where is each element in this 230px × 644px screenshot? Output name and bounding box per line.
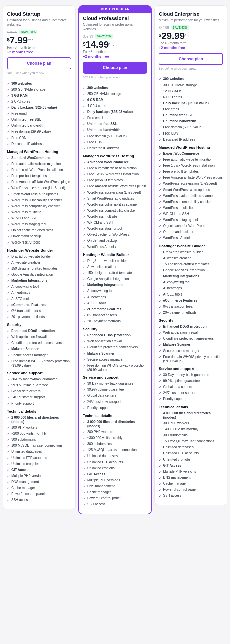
list-item: ✓ WordPress multisite xyxy=(7,210,71,215)
feature-text: Google Analytics integration xyxy=(87,277,129,281)
list-item: ✓ Daily backups ($25.08 value) xyxy=(7,105,71,110)
choose-plan-button[interactable]: Choose plan xyxy=(7,57,71,69)
check-icon: ✓ xyxy=(7,142,10,146)
list-item: ✓ AI heatmaps xyxy=(159,286,223,291)
check-icon: ✓ xyxy=(159,337,161,341)
feature-text: AI website creation xyxy=(87,265,116,269)
check-icon: ✓ xyxy=(7,273,10,277)
list-item: ✓ SSH access xyxy=(7,498,71,502)
check-icon: ✓ xyxy=(83,345,86,350)
choose-plan-button[interactable]: Choose plan xyxy=(83,62,147,74)
check-icon: ✓ xyxy=(159,77,161,82)
check-icon: ✓ xyxy=(83,289,86,293)
check-icon: ✓ xyxy=(83,394,86,398)
list-item: ✓ Multiple PHP versions xyxy=(159,469,223,474)
check-icon: ✓ xyxy=(159,107,161,112)
choose-plan-button[interactable]: Choose plan xyxy=(159,53,223,65)
list-item: ✓ Daily backups ($25.08 value) xyxy=(159,101,223,106)
feature-text: 6 CPU cores xyxy=(163,95,182,99)
original-price: $24.99 xyxy=(7,30,17,34)
check-icon: ✓ xyxy=(159,212,161,216)
check-icon: ✓ xyxy=(159,299,161,303)
list-item: ✓ WordPress compatibility checker xyxy=(7,204,71,209)
list-item: ✓ Powerful control panel xyxy=(7,492,71,496)
list-item: ✓ Free domain ($9.99 value) xyxy=(159,125,223,130)
list-item: ✓ 300 websites xyxy=(159,77,223,82)
feature-text: Free automatic website migration xyxy=(163,157,212,162)
feature-text: Free 1-click WordPress installation xyxy=(87,172,139,176)
list-item: ✓ Free email xyxy=(7,111,71,116)
list-item: ✓ WordPress staging tool xyxy=(159,218,223,222)
feature-text: Free email xyxy=(163,107,179,111)
divider xyxy=(7,78,71,78)
check-icon: ✓ xyxy=(83,233,86,237)
plan-name: Cloud Professional xyxy=(83,15,147,21)
divider xyxy=(83,83,147,83)
save-badge: SAVE 68% xyxy=(19,30,37,34)
feature-text: WordPress vulnerabilities scanner xyxy=(87,202,138,207)
list-item: ✓ GIT Access xyxy=(7,468,71,472)
list-item: ✓ WordPress AI tools xyxy=(159,236,223,240)
check-icon: ✓ xyxy=(159,188,161,192)
list-item: ✓ Google Analytics integration xyxy=(83,277,147,281)
list-item: ✓ Free domain ($9.99 value) xyxy=(83,134,147,139)
list-item: ✓ Free 1-click WordPress installation xyxy=(7,168,71,172)
check-icon: ✓ xyxy=(83,203,86,207)
list-item: ✓ WordPress vulnerabilities scanner xyxy=(83,202,147,207)
check-icon: ✓ xyxy=(83,146,86,151)
check-icon: ✓ xyxy=(83,140,86,145)
check-icon: ✓ xyxy=(83,364,86,368)
list-item: ✓ WordPress AI tools xyxy=(83,245,147,249)
check-icon: ✓ xyxy=(159,331,161,335)
list-item: ✓ 24/7 customer support xyxy=(159,391,223,395)
list-item: ✓ eCommerce Features xyxy=(83,307,147,312)
feature-text: 4 CPU cores xyxy=(87,104,106,108)
check-icon: ✓ xyxy=(7,130,10,134)
price-display: $ 14.99 /mo xyxy=(83,40,147,49)
check-icon: ✓ xyxy=(7,389,10,394)
feature-text: GIT Access xyxy=(87,472,105,476)
feature-text: eCommerce Features xyxy=(11,303,46,307)
feature-text: WordPress acceleration (LiteSpeed) xyxy=(163,181,217,186)
feature-text: Google Analytics integration xyxy=(163,268,205,272)
feature-text: On-demand backup xyxy=(87,238,117,243)
price-term: For 48-month term xyxy=(83,50,147,54)
feature-text: DNS management xyxy=(163,475,190,480)
wordpress-features-list: ✓ Standard WooCommerce ✓ Free automatic … xyxy=(7,156,71,245)
list-item: ✓ Cache manager xyxy=(83,490,147,495)
list-item: ✓ 20+ payment methods xyxy=(7,315,71,319)
list-item: ✓ WordPress acceleration (LiteSpeed) xyxy=(159,181,223,186)
plan-card-enterprise: Cloud Enterprise Maximum performance for… xyxy=(154,5,227,505)
list-item: ✓ Google Analytics integration xyxy=(7,272,71,277)
feature-text: Multiple PHP versions xyxy=(11,474,44,478)
feature-text: Free automatic website migration xyxy=(11,162,61,166)
check-icon: ✓ xyxy=(83,358,86,362)
section-wordpress-title: Managed WordPress Hosting xyxy=(83,154,147,158)
feature-text: Unlimited databases xyxy=(87,454,118,458)
check-icon: ✓ xyxy=(83,295,86,300)
check-icon: ✓ xyxy=(159,427,161,432)
check-icon: ✓ xyxy=(159,182,161,186)
check-icon: ✓ xyxy=(83,339,86,344)
check-icon: ✓ xyxy=(7,94,10,98)
plan-card-startup: Cloud Startup Optimized for business and… xyxy=(3,5,76,509)
check-icon: ✓ xyxy=(83,472,86,477)
check-icon: ✓ xyxy=(159,224,161,228)
list-item: ✓ 30-Day money-back guarantee xyxy=(7,377,71,382)
check-icon: ✓ xyxy=(159,113,161,118)
check-icon: ✓ xyxy=(159,274,161,279)
free-months: +2 months free xyxy=(83,54,147,58)
feature-text: AI SEO tools xyxy=(87,301,106,305)
price-dollar: $ xyxy=(83,41,86,47)
plan-subtitle: Maximum performance for your websites. xyxy=(159,18,223,22)
list-item: ✓ Drag&drop website builder xyxy=(159,250,223,255)
feature-text: 0% transaction fees xyxy=(163,304,193,309)
list-item: ✓ 150 designer-crafted templates xyxy=(83,271,147,275)
list-item: ✓ Unlimited bandwidth xyxy=(83,128,147,132)
check-icon: ✓ xyxy=(159,230,161,234)
list-item: ✓ 250 GB NVMe storage xyxy=(83,92,147,96)
feature-text: Dedicated IP address xyxy=(87,146,119,150)
check-icon: ✓ xyxy=(159,101,161,106)
check-icon: ✓ xyxy=(83,191,86,195)
check-icon: ✓ xyxy=(7,261,10,265)
